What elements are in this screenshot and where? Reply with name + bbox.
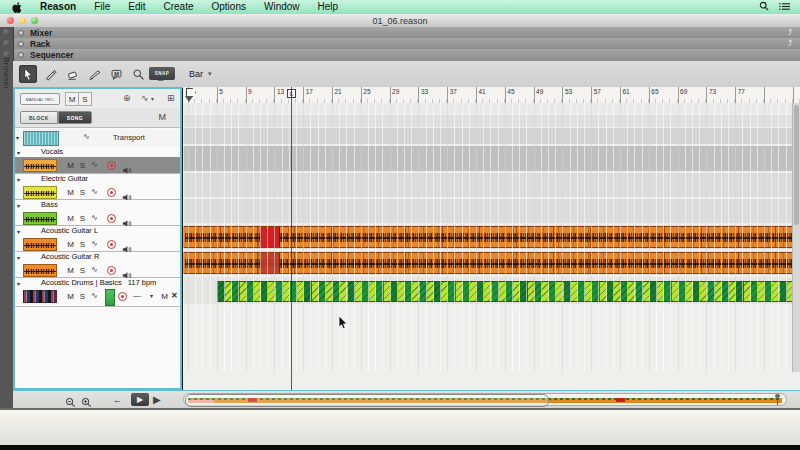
menu-item-create[interactable]: Create xyxy=(154,0,202,14)
manual-rec-button[interactable]: MANUAL REC xyxy=(20,93,60,105)
track-automation-icon[interactable]: ∿ xyxy=(91,291,98,300)
vertical-scrollbar[interactable] xyxy=(792,103,800,372)
track-row-acoustic-drums-basics[interactable]: Acoustic Drums | Basics117 bpm▾MS∿—▾M✕ xyxy=(15,278,180,307)
disclosure-triangle-icon[interactable]: ▾ xyxy=(17,228,20,235)
song-mode-button[interactable]: SONG xyxy=(58,111,92,124)
track-row-vocals[interactable]: Vocals▾MS∿ xyxy=(15,147,180,174)
new-lane-icon[interactable]: ⊕ xyxy=(123,93,131,103)
track-mute-button[interactable]: M xyxy=(65,187,76,198)
menu-item-file[interactable]: File xyxy=(85,0,119,14)
track-icon[interactable] xyxy=(23,290,57,303)
record-enable-button[interactable] xyxy=(107,266,116,275)
disclosure-triangle-icon[interactable]: ▾ xyxy=(17,149,20,156)
selected-red-segment[interactable] xyxy=(260,253,280,273)
acoustic-guitar-r-clip[interactable] xyxy=(183,252,800,274)
notification-center-icon[interactable] xyxy=(779,2,790,13)
track-solo-button[interactable]: S xyxy=(77,160,88,171)
delete-track-button[interactable]: ✕ xyxy=(171,291,178,300)
record-enable-button[interactable] xyxy=(107,188,116,197)
track-icon[interactable] xyxy=(23,159,57,172)
pattern-select-value[interactable]: — xyxy=(133,291,141,300)
global-solo-button[interactable]: S xyxy=(78,92,92,106)
menu-item-reason[interactable]: Reason xyxy=(31,0,85,14)
master-mute-label[interactable]: M xyxy=(159,112,167,122)
track-mute-button[interactable]: M xyxy=(65,213,76,224)
track-name[interactable]: Bass xyxy=(41,200,58,209)
lane-grid-icon[interactable]: ⊞ xyxy=(167,93,175,103)
detach-window-icon[interactable]: ⤴ xyxy=(788,39,792,48)
track-name[interactable]: Acoustic Guitar R xyxy=(41,252,99,261)
sequencer-timeline[interactable]: 591317212529333741454953576165697377 E xyxy=(183,87,800,390)
track-automation-icon[interactable]: ∿ xyxy=(91,187,98,196)
track-mute-button[interactable]: M xyxy=(65,160,76,171)
acoustic-guitar-l-clip[interactable] xyxy=(183,226,800,248)
bar-ruler[interactable]: 591317212529333741454953576165697377 E xyxy=(183,87,800,104)
track-icon[interactable] xyxy=(23,238,57,251)
browser-side-tab[interactable]: Browser xyxy=(0,27,14,408)
track-icon[interactable] xyxy=(23,186,57,199)
menu-item-options[interactable]: Options xyxy=(203,0,255,14)
vertical-scroll-thumb[interactable] xyxy=(794,105,799,225)
record-enable-button[interactable] xyxy=(107,240,116,249)
track-row-electric-guitar[interactable]: Electric Guitar▾MS∿ xyxy=(15,174,180,200)
global-mute-button[interactable]: M xyxy=(65,92,79,106)
track-solo-button[interactable]: S xyxy=(77,213,88,224)
horizontal-scrollbar[interactable] xyxy=(183,393,787,406)
disclosure-triangle-icon[interactable]: ▾ xyxy=(16,134,19,141)
selection-tool[interactable] xyxy=(19,65,37,83)
automation-menu-icon[interactable]: ∿ ▾ xyxy=(141,93,154,103)
track-lanes[interactable] xyxy=(183,103,800,372)
track-automation-icon[interactable]: ∿ xyxy=(91,160,98,169)
horizontal-scroll-thumb[interactable] xyxy=(185,394,549,407)
disclosure-triangle-icon[interactable]: ▾ xyxy=(17,280,20,287)
transport-track-row[interactable]: ▾ ∿ Transport xyxy=(15,129,180,148)
record-enable-button[interactable] xyxy=(118,292,127,301)
track-icon[interactable] xyxy=(23,264,57,277)
track-automation-icon[interactable]: ∿ xyxy=(91,239,98,248)
record-enable-button[interactable] xyxy=(107,161,116,170)
detach-window-icon[interactable]: ⤴ xyxy=(788,28,792,37)
track-row-acoustic-guitar-l[interactable]: Acoustic Guitar L▾MS∿ xyxy=(15,226,180,252)
razor-tool[interactable] xyxy=(85,65,103,83)
track-mute-button[interactable]: M xyxy=(65,239,76,250)
spotlight-search-icon[interactable] xyxy=(759,1,769,13)
track-name[interactable]: Acoustic Guitar L xyxy=(41,226,98,235)
playhead-marker[interactable] xyxy=(185,96,193,102)
disclosure-triangle-icon[interactable]: ▾ xyxy=(17,254,20,261)
track-name[interactable]: Vocals xyxy=(41,147,63,156)
chevron-down-icon[interactable]: ▾ xyxy=(150,292,153,299)
menu-item-edit[interactable]: Edit xyxy=(119,0,154,14)
sequencer-collapse-button[interactable] xyxy=(18,52,24,58)
right-locator-line[interactable] xyxy=(291,87,292,390)
track-row-bass[interactable]: Bass▾MS∿ xyxy=(15,200,180,226)
snap-toggle-button[interactable]: SNAP xyxy=(149,67,175,80)
track-automation-icon[interactable]: ∿ xyxy=(91,265,98,274)
magnify-tool[interactable] xyxy=(129,65,147,83)
record-enable-button[interactable] xyxy=(107,214,116,223)
window-title-bar[interactable]: 01_06.reason xyxy=(0,14,800,28)
track-mute-button[interactable]: M xyxy=(65,265,76,276)
panel-knob[interactable] xyxy=(3,29,10,36)
menu-item-help[interactable]: Help xyxy=(309,0,348,14)
menu-item-window[interactable]: Window xyxy=(255,0,309,14)
panel-knob[interactable] xyxy=(3,40,10,47)
acoustic-drums-clip[interactable] xyxy=(217,281,800,302)
track-solo-button[interactable]: S xyxy=(77,265,88,276)
track-mute-button[interactable]: M xyxy=(159,291,170,302)
panel-knob[interactable] xyxy=(3,51,10,58)
mixer-collapse-button[interactable] xyxy=(18,30,24,36)
block-mode-button[interactable]: BLOCK xyxy=(20,111,58,124)
disclosure-triangle-icon[interactable]: ▾ xyxy=(17,202,20,209)
track-mute-button[interactable]: M xyxy=(65,291,76,302)
track-solo-button[interactable]: S xyxy=(77,291,88,302)
mute-tool[interactable]: M xyxy=(107,65,125,83)
track-solo-button[interactable]: S xyxy=(77,239,88,250)
track-row-acoustic-guitar-r[interactable]: Acoustic Guitar R▾MS∿ xyxy=(15,252,180,278)
track-icon[interactable] xyxy=(23,212,57,225)
goto-marker-icon[interactable]: ▶ xyxy=(153,394,161,405)
snap-grid-dropdown[interactable]: Bar ▾ xyxy=(183,65,218,82)
pencil-tool[interactable] xyxy=(41,65,59,83)
follow-song-button[interactable]: ▶ xyxy=(131,393,149,406)
track-automation-icon[interactable]: ∿ xyxy=(91,213,98,222)
track-name[interactable]: Acoustic Drums | Basics117 bpm xyxy=(41,278,156,287)
